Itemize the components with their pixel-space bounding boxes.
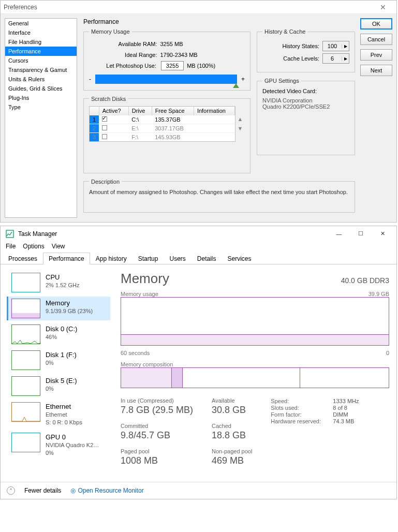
tab-details[interactable]: Details [191, 253, 222, 264]
category-item[interactable]: Interface [5, 28, 77, 37]
category-item[interactable]: Units & Rulers [5, 75, 77, 84]
category-item[interactable]: Cursors [5, 56, 77, 65]
page-title: Performance [83, 18, 355, 25]
cache-levels-stepper[interactable]: 6 ▶ [322, 53, 349, 64]
table-row[interactable]: 1C:\135.37GB [90, 115, 235, 124]
slider-thumb-icon[interactable] [233, 83, 239, 88]
memory-usage-legend: Memory Usage [89, 28, 132, 35]
category-item[interactable]: Transparency & Gamut [5, 65, 77, 75]
tab-startup[interactable]: Startup [132, 253, 164, 264]
nonpaged-value: 469 MB [212, 455, 252, 466]
sidebar-thumb [11, 350, 40, 370]
scratch-disks-group: Scratch Disks Active? Drive Free Space I… [83, 96, 250, 173]
table-row[interactable]: 2E:\3037.17GB [90, 124, 235, 132]
active-checkbox[interactable] [102, 134, 107, 139]
category-item[interactable]: Guides, Grid & Slices [5, 84, 77, 93]
prev-button[interactable]: Prev [360, 49, 392, 61]
committed-value: 9.8/45.7 GB [121, 430, 193, 441]
free-cell: 135.37GB [152, 115, 194, 124]
slider-plus-icon[interactable]: + [241, 76, 245, 83]
history-cache-legend: History & Cache [262, 28, 307, 35]
available-value: 30.8 GB [212, 405, 252, 416]
close-icon[interactable]: ✕ [372, 227, 393, 241]
gpu-card: Quadro K2200/PCIe/SSE2 [262, 104, 349, 110]
free-cell: 3037.17GB [152, 124, 194, 132]
stepper-arrow-icon[interactable]: ▶ [342, 56, 349, 61]
memory-slider[interactable] [95, 75, 237, 84]
minimize-icon[interactable]: — [328, 227, 350, 241]
memory-usage-group: Memory Usage Available RAM:3255 MB Ideal… [83, 28, 250, 91]
sidebar-thumb [11, 402, 40, 422]
tab-services[interactable]: Services [222, 253, 257, 264]
spec-form-value: DIMM [333, 411, 348, 418]
sidebar-item-cpu[interactable]: CPU2% 1.52 GHz [7, 271, 110, 294]
menu-item[interactable]: View [52, 243, 65, 250]
history-states-label: History States: [262, 43, 322, 49]
memory-use-input[interactable]: 3255 [161, 61, 184, 70]
menu-item[interactable]: Options [23, 243, 44, 250]
tab-performance[interactable]: Performance [43, 253, 90, 264]
inuse-label: In use (Compressed) [121, 397, 193, 404]
sidebar-item-disk[interactable]: Disk 0 (C:)46% [7, 322, 110, 346]
fewer-details-link[interactable]: Fewer details [24, 487, 61, 494]
move-down-icon[interactable]: ▼ [238, 125, 243, 131]
category-item[interactable]: General [5, 19, 77, 28]
slider-minus-icon[interactable]: - [89, 76, 91, 83]
sidebar-item-disk[interactable]: Disk 5 (E:)0% [7, 374, 110, 398]
col-info[interactable]: Information [194, 107, 234, 115]
scratch-disks-table: Active? Drive Free Space Information 1C:… [90, 107, 235, 141]
sidebar-item-sub: 2% 1.52 GHz [46, 282, 79, 289]
move-up-icon[interactable]: ▲ [238, 116, 243, 122]
active-checkbox[interactable] [102, 125, 107, 130]
tab-app-history[interactable]: App history [90, 253, 132, 264]
sidebar-item-eth[interactable]: EthernetEthernetS: 0 R: 0 Kbps [7, 400, 110, 428]
task-manager-titlebar: Task Manager — ☐ ✕ [1, 226, 396, 242]
cancel-button[interactable]: Cancel [360, 34, 392, 45]
available-ram-label: Available RAM: [96, 39, 157, 50]
next-button[interactable]: Next [360, 65, 392, 76]
category-item[interactable]: File Handling [5, 37, 77, 47]
preferences-title: Preferences [4, 4, 37, 11]
col-active[interactable]: Active? [99, 107, 128, 115]
table-row[interactable]: 3F:\145.93GB [90, 132, 235, 141]
ok-button[interactable]: OK [360, 18, 392, 29]
tab-users[interactable]: Users [164, 253, 191, 264]
row-index: 2 [90, 124, 99, 132]
close-icon[interactable]: ✕ [373, 3, 393, 11]
graph-axis-left: 60 seconds [121, 350, 150, 356]
menu-item[interactable]: File [6, 243, 16, 250]
chevron-up-icon[interactable]: ˄ [7, 486, 15, 495]
sidebar-item-disk[interactable]: Disk 1 (F:)0% [7, 348, 110, 372]
composition-label: Memory composition [121, 361, 389, 367]
panel-heading: Memory [121, 271, 169, 287]
free-cell: 145.93GB [152, 132, 194, 141]
sidebar-item-mem[interactable]: Memory9.1/39.9 GB (23%) [7, 297, 110, 320]
sidebar-item-sub2: 0% [46, 449, 99, 457]
menu-bar: FileOptionsView [1, 242, 396, 252]
history-states-stepper[interactable]: 100 ▶ [322, 41, 349, 51]
preferences-window: Preferences ✕ GeneralInterfaceFile Handl… [0, 0, 397, 223]
tab-processes[interactable]: Processes [3, 253, 43, 264]
stepper-arrow-icon[interactable]: ▶ [342, 44, 349, 49]
cached-label: Cached [212, 423, 252, 429]
spec-slots-value: 8 of 8 [333, 405, 347, 411]
spec-form-label: Form factor: [271, 411, 328, 418]
gpu-settings-group: GPU Settings Detected Video Card: NVIDIA… [257, 78, 355, 155]
gpu-vendor: NVIDIA Corporation [262, 97, 349, 104]
active-checkbox[interactable] [102, 116, 107, 122]
category-item[interactable]: Type [5, 102, 77, 112]
spec-speed-label: Speed: [271, 398, 328, 404]
sidebar-item-sub: 0% [46, 385, 77, 393]
open-resource-monitor-link[interactable]: ◎Open Resource Monitor [70, 487, 143, 494]
col-drive[interactable]: Drive [128, 107, 152, 115]
maximize-icon[interactable]: ☐ [350, 227, 372, 241]
sidebar-item-gpu[interactable]: GPU 0NVIDIA Quadro K2…0% [7, 431, 110, 459]
sidebar-thumb [11, 299, 40, 318]
spec-table: Speed:1333 MHz Slots used:8 of 8 Form fa… [271, 397, 359, 466]
col-free[interactable]: Free Space [152, 107, 194, 115]
category-item[interactable]: Performance [5, 47, 77, 56]
task-manager-icon [6, 230, 14, 238]
nonpaged-label: Non-paged pool [212, 448, 252, 454]
category-item[interactable]: Plug-Ins [5, 93, 77, 102]
history-states-value: 100 [323, 43, 342, 49]
